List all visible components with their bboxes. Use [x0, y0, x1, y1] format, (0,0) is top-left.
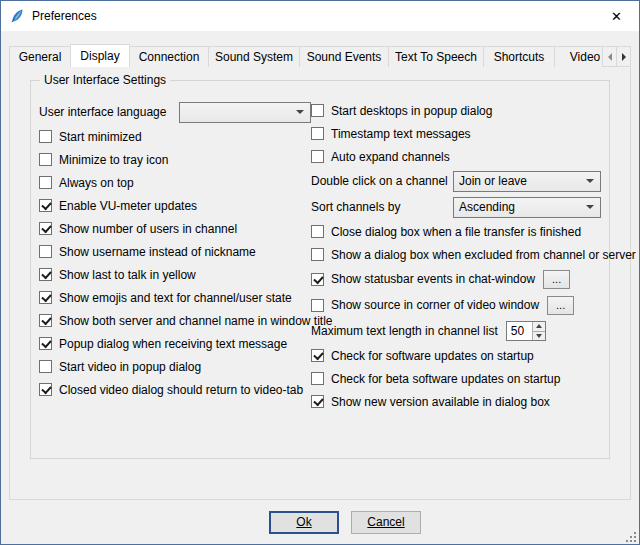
statusbar-events-more-button[interactable]: ... — [543, 270, 570, 289]
check-software-updates[interactable]: Check for software updates on startup — [311, 344, 601, 367]
checkbox-icon[interactable] — [311, 127, 324, 140]
display-tab-page: User Interface Settings User interface l… — [9, 66, 631, 500]
checkbox-icon[interactable] — [311, 248, 324, 261]
cancel-button[interactable]: Cancel — [351, 511, 421, 534]
check-dialog-when-excluded[interactable]: Show a dialog box when excluded from cha… — [311, 243, 601, 266]
checkbox-icon[interactable] — [311, 104, 324, 117]
checkbox-icon[interactable] — [39, 291, 52, 304]
tab-bar: General Display Connection Sound System … — [9, 44, 631, 67]
sort-channels-combobox[interactable]: Ascending — [453, 197, 601, 218]
arrow-down-icon — [536, 334, 542, 338]
resize-grip[interactable] — [626, 531, 636, 541]
language-row: User interface language — [39, 99, 311, 125]
double-click-combobox[interactable]: Join or leave — [453, 171, 601, 192]
right-column: Start desktops in popup dialog Timestamp… — [311, 99, 601, 413]
tab-sound-events[interactable]: Sound Events — [299, 46, 389, 67]
left-column: User interface language Start minimized … — [39, 99, 311, 413]
checkbox-icon[interactable] — [39, 130, 52, 143]
check-popup-text-message[interactable]: Popup dialog when receiving text message — [39, 332, 311, 355]
tab-text-to-speech[interactable]: Text To Speech — [388, 46, 484, 67]
language-combobox[interactable] — [179, 102, 311, 123]
scroll-left-icon — [608, 53, 612, 61]
chevron-down-icon — [586, 205, 594, 209]
tab-scroll-right-button[interactable] — [616, 46, 631, 67]
checkbox-icon[interactable] — [311, 395, 324, 408]
checkbox-icon[interactable] — [39, 222, 52, 235]
checkbox-icon[interactable] — [39, 268, 52, 281]
checkbox-icon[interactable] — [39, 176, 52, 189]
window-title: Preferences — [32, 9, 97, 23]
check-minimize-to-tray[interactable]: Minimize to tray icon — [39, 148, 311, 171]
check-auto-expand-channels[interactable]: Auto expand channels — [311, 145, 601, 168]
checkbox-icon[interactable] — [39, 245, 52, 258]
check-start-desktops-popup[interactable]: Start desktops in popup dialog — [311, 99, 601, 122]
checkbox-icon[interactable] — [39, 199, 52, 212]
max-text-length-spinner[interactable]: 50 — [506, 321, 546, 341]
check-beta-updates[interactable]: Check for beta software updates on start… — [311, 367, 601, 390]
titlebar[interactable]: Preferences ✕ — [1, 1, 639, 31]
spin-down-button[interactable] — [533, 332, 545, 341]
check-last-to-talk-yellow[interactable]: Show last to talk in yellow — [39, 263, 311, 286]
video-source-more-button[interactable]: ... — [547, 296, 574, 315]
checkbox-icon[interactable] — [311, 349, 324, 362]
preferences-window: Preferences ✕ General Display Connection… — [0, 0, 640, 545]
settings-columns: User interface language Start minimized … — [31, 81, 609, 413]
checkbox-icon[interactable] — [311, 225, 324, 238]
sort-channels-row: Sort channels by Ascending — [311, 194, 601, 220]
check-emojis-text-state[interactable]: Show emojis and text for channel/user st… — [39, 286, 311, 309]
check-video-source-corner[interactable]: Show source in corner of video window ..… — [311, 292, 601, 318]
tab-general[interactable]: General — [9, 46, 71, 67]
checkbox-icon[interactable] — [39, 383, 52, 396]
dialog-button-row: Ok Cancel — [1, 500, 639, 544]
check-server-channel-window-title[interactable]: Show both server and channel name in win… — [39, 309, 311, 332]
check-username-instead-nickname[interactable]: Show username instead of nickname — [39, 240, 311, 263]
check-start-minimized[interactable]: Start minimized — [39, 125, 311, 148]
check-closed-video-return[interactable]: Closed video dialog should return to vid… — [39, 378, 311, 401]
tab-scroll-left-button[interactable] — [602, 46, 617, 67]
check-start-video-popup[interactable]: Start video in popup dialog — [39, 355, 311, 378]
tab-connection[interactable]: Connection — [129, 46, 209, 67]
check-timestamp-messages[interactable]: Timestamp text messages — [311, 122, 601, 145]
tab-display[interactable]: Display — [70, 44, 130, 67]
arrow-up-icon — [536, 324, 542, 328]
checkbox-icon[interactable] — [311, 299, 324, 312]
checkbox-icon[interactable] — [311, 150, 324, 163]
checkbox-icon[interactable] — [39, 337, 52, 350]
checkbox-icon[interactable] — [39, 314, 52, 327]
close-button[interactable]: ✕ — [594, 1, 639, 31]
check-close-on-file-transfer[interactable]: Close dialog box when a file transfer is… — [311, 220, 601, 243]
ok-button[interactable]: Ok — [269, 511, 339, 534]
check-always-on-top[interactable]: Always on top — [39, 171, 311, 194]
user-interface-settings-group: User Interface Settings User interface l… — [30, 80, 610, 459]
tab-scroller — [603, 46, 631, 67]
checkbox-icon[interactable] — [39, 360, 52, 373]
checkbox-icon[interactable] — [39, 153, 52, 166]
chevron-down-icon — [586, 179, 594, 183]
app-icon — [9, 8, 25, 24]
double-click-row: Double click on a channel Join or leave — [311, 168, 601, 194]
tab-shortcuts[interactable]: Shortcuts — [483, 46, 555, 67]
check-vu-meter-updates[interactable]: Enable VU-meter updates — [39, 194, 311, 217]
check-new-version-dialog[interactable]: Show new version available in dialog box — [311, 390, 601, 413]
scroll-right-icon — [622, 53, 626, 61]
group-title: User Interface Settings — [40, 73, 170, 87]
check-statusbar-events[interactable]: Show statusbar events in chat-window ... — [311, 266, 601, 292]
checkbox-icon[interactable] — [311, 273, 324, 286]
max-text-length-row: Maximum text length in channel list 50 — [311, 318, 601, 344]
checkbox-icon[interactable] — [311, 372, 324, 385]
tab-sound-system[interactable]: Sound System — [208, 46, 300, 67]
spin-up-button[interactable] — [533, 322, 545, 332]
check-show-user-count[interactable]: Show number of users in channel — [39, 217, 311, 240]
chevron-down-icon — [296, 110, 304, 114]
